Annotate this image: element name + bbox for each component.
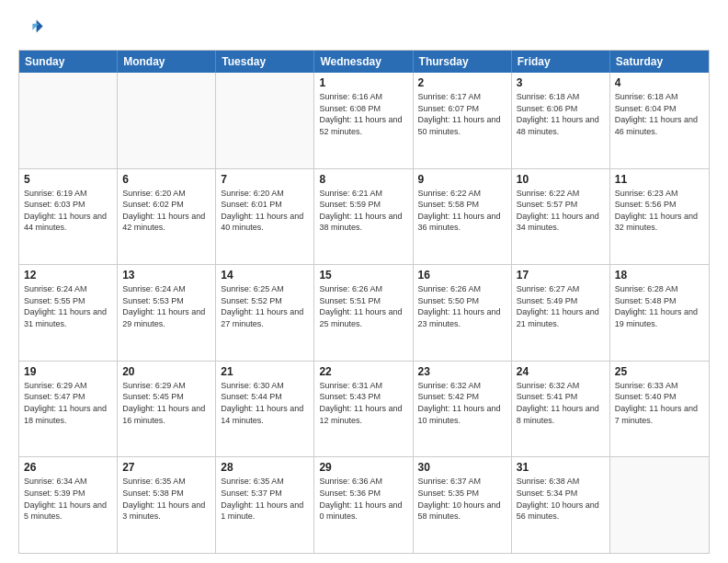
calendar-cell: 15Sunrise: 6:26 AMSunset: 5:51 PMDayligh… <box>314 265 413 361</box>
cell-info: Sunrise: 6:34 AMSunset: 5:39 PMDaylight:… <box>24 476 112 522</box>
cell-info: Sunrise: 6:19 AMSunset: 6:03 PMDaylight:… <box>24 188 112 234</box>
calendar-cell: 31Sunrise: 6:38 AMSunset: 5:34 PMDayligh… <box>512 457 610 553</box>
day-number: 8 <box>319 173 407 186</box>
cell-info: Sunrise: 6:22 AMSunset: 5:58 PMDaylight:… <box>418 188 506 234</box>
day-number: 31 <box>517 461 605 474</box>
cell-info: Sunrise: 6:20 AMSunset: 6:02 PMDaylight:… <box>122 188 210 234</box>
calendar-cell: 24Sunrise: 6:32 AMSunset: 5:41 PMDayligh… <box>512 362 610 457</box>
header-cell-wednesday: Wednesday <box>314 51 413 73</box>
calendar-cell: 6Sunrise: 6:20 AMSunset: 6:02 PMDaylight… <box>118 169 216 265</box>
day-number: 9 <box>418 173 506 186</box>
cell-info: Sunrise: 6:27 AMSunset: 5:49 PMDaylight:… <box>517 283 605 329</box>
page: SundayMondayTuesdayWednesdayThursdayFrid… <box>0 0 728 563</box>
header-cell-monday: Monday <box>118 51 216 73</box>
calendar-cell: 26Sunrise: 6:34 AMSunset: 5:39 PMDayligh… <box>19 457 118 553</box>
calendar-cell: 4Sunrise: 6:18 AMSunset: 6:04 PMDaylight… <box>610 73 709 168</box>
svg-marker-0 <box>37 20 43 33</box>
header-cell-thursday: Thursday <box>414 51 512 73</box>
calendar-cell: 13Sunrise: 6:24 AMSunset: 5:53 PMDayligh… <box>118 265 216 361</box>
day-number: 19 <box>24 365 112 378</box>
cell-info: Sunrise: 6:18 AMSunset: 6:04 PMDaylight:… <box>615 91 704 137</box>
cell-info: Sunrise: 6:23 AMSunset: 5:56 PMDaylight:… <box>615 188 704 234</box>
calendar-cell <box>216 73 314 168</box>
day-number: 25 <box>615 365 704 378</box>
day-number: 4 <box>615 76 704 89</box>
logo <box>18 15 50 40</box>
calendar-cell: 21Sunrise: 6:30 AMSunset: 5:44 PMDayligh… <box>216 362 314 457</box>
day-number: 1 <box>319 76 407 89</box>
day-number: 16 <box>418 269 506 282</box>
calendar-cell: 30Sunrise: 6:37 AMSunset: 5:35 PMDayligh… <box>414 457 512 553</box>
cell-info: Sunrise: 6:33 AMSunset: 5:40 PMDaylight:… <box>615 380 704 426</box>
cell-info: Sunrise: 6:37 AMSunset: 5:35 PMDaylight:… <box>418 476 506 522</box>
day-number: 3 <box>517 76 605 89</box>
cell-info: Sunrise: 6:35 AMSunset: 5:38 PMDaylight:… <box>122 476 210 522</box>
day-number: 5 <box>24 173 112 186</box>
calendar-cell: 1Sunrise: 6:16 AMSunset: 6:08 PMDaylight… <box>314 73 413 168</box>
cell-info: Sunrise: 6:17 AMSunset: 6:07 PMDaylight:… <box>418 91 506 137</box>
day-number: 24 <box>517 365 605 378</box>
calendar-cell: 25Sunrise: 6:33 AMSunset: 5:40 PMDayligh… <box>610 362 709 457</box>
calendar-cell: 23Sunrise: 6:32 AMSunset: 5:42 PMDayligh… <box>414 362 512 457</box>
day-number: 6 <box>122 173 210 186</box>
cell-info: Sunrise: 6:21 AMSunset: 5:59 PMDaylight:… <box>319 188 407 234</box>
calendar-cell: 2Sunrise: 6:17 AMSunset: 6:07 PMDaylight… <box>414 73 512 168</box>
calendar-cell <box>19 73 118 168</box>
calendar-week-1: 1Sunrise: 6:16 AMSunset: 6:08 PMDaylight… <box>19 73 709 169</box>
day-number: 14 <box>221 269 309 282</box>
cell-info: Sunrise: 6:31 AMSunset: 5:43 PMDaylight:… <box>319 380 407 426</box>
header-cell-friday: Friday <box>512 51 610 73</box>
cell-info: Sunrise: 6:36 AMSunset: 5:36 PMDaylight:… <box>319 476 407 522</box>
calendar-cell: 9Sunrise: 6:22 AMSunset: 5:58 PMDaylight… <box>414 169 512 265</box>
cell-info: Sunrise: 6:25 AMSunset: 5:52 PMDaylight:… <box>221 283 309 329</box>
calendar-cell: 28Sunrise: 6:35 AMSunset: 5:37 PMDayligh… <box>216 457 314 553</box>
day-number: 27 <box>122 461 210 474</box>
calendar-cell: 29Sunrise: 6:36 AMSunset: 5:36 PMDayligh… <box>314 457 413 553</box>
calendar-cell: 3Sunrise: 6:18 AMSunset: 6:06 PMDaylight… <box>512 73 610 168</box>
calendar-cell: 11Sunrise: 6:23 AMSunset: 5:56 PMDayligh… <box>610 169 709 265</box>
day-number: 13 <box>122 269 210 282</box>
cell-info: Sunrise: 6:28 AMSunset: 5:48 PMDaylight:… <box>615 283 704 329</box>
cell-info: Sunrise: 6:26 AMSunset: 5:50 PMDaylight:… <box>418 283 506 329</box>
day-number: 15 <box>319 269 407 282</box>
calendar-cell: 10Sunrise: 6:22 AMSunset: 5:57 PMDayligh… <box>512 169 610 265</box>
day-number: 20 <box>122 365 210 378</box>
cell-info: Sunrise: 6:30 AMSunset: 5:44 PMDaylight:… <box>221 380 309 426</box>
day-number: 21 <box>221 365 309 378</box>
cell-info: Sunrise: 6:29 AMSunset: 5:45 PMDaylight:… <box>122 380 210 426</box>
logo-icon <box>18 15 44 40</box>
day-number: 18 <box>615 269 704 282</box>
calendar-cell: 8Sunrise: 6:21 AMSunset: 5:59 PMDaylight… <box>314 169 413 265</box>
day-number: 11 <box>615 173 704 186</box>
day-number: 29 <box>319 461 407 474</box>
calendar-week-5: 26Sunrise: 6:34 AMSunset: 5:39 PMDayligh… <box>19 457 709 553</box>
day-number: 7 <box>221 173 309 186</box>
day-number: 10 <box>517 173 605 186</box>
calendar-week-4: 19Sunrise: 6:29 AMSunset: 5:47 PMDayligh… <box>19 362 709 458</box>
day-number: 12 <box>24 269 112 282</box>
calendar-cell: 12Sunrise: 6:24 AMSunset: 5:55 PMDayligh… <box>19 265 118 361</box>
cell-info: Sunrise: 6:38 AMSunset: 5:34 PMDaylight:… <box>517 476 605 522</box>
calendar-cell: 27Sunrise: 6:35 AMSunset: 5:38 PMDayligh… <box>118 457 216 553</box>
day-number: 26 <box>24 461 112 474</box>
calendar-header-row: SundayMondayTuesdayWednesdayThursdayFrid… <box>19 51 709 73</box>
cell-info: Sunrise: 6:20 AMSunset: 6:01 PMDaylight:… <box>221 188 309 234</box>
header-cell-saturday: Saturday <box>610 51 709 73</box>
calendar-cell: 19Sunrise: 6:29 AMSunset: 5:47 PMDayligh… <box>19 362 118 457</box>
calendar-week-2: 5Sunrise: 6:19 AMSunset: 6:03 PMDaylight… <box>19 169 709 266</box>
cell-info: Sunrise: 6:16 AMSunset: 6:08 PMDaylight:… <box>319 91 407 137</box>
cell-info: Sunrise: 6:32 AMSunset: 5:42 PMDaylight:… <box>418 380 506 426</box>
header-cell-sunday: Sunday <box>19 51 118 73</box>
cell-info: Sunrise: 6:26 AMSunset: 5:51 PMDaylight:… <box>319 283 407 329</box>
calendar-cell: 5Sunrise: 6:19 AMSunset: 6:03 PMDaylight… <box>19 169 118 265</box>
calendar-cell: 20Sunrise: 6:29 AMSunset: 5:45 PMDayligh… <box>118 362 216 457</box>
day-number: 22 <box>319 365 407 378</box>
cell-info: Sunrise: 6:24 AMSunset: 5:55 PMDaylight:… <box>24 283 112 329</box>
calendar-cell: 22Sunrise: 6:31 AMSunset: 5:43 PMDayligh… <box>314 362 413 457</box>
cell-info: Sunrise: 6:35 AMSunset: 5:37 PMDaylight:… <box>221 476 309 522</box>
calendar-cell: 16Sunrise: 6:26 AMSunset: 5:50 PMDayligh… <box>414 265 512 361</box>
day-number: 17 <box>517 269 605 282</box>
day-number: 2 <box>418 76 506 89</box>
calendar-cell <box>118 73 216 168</box>
calendar-cell <box>610 457 709 553</box>
